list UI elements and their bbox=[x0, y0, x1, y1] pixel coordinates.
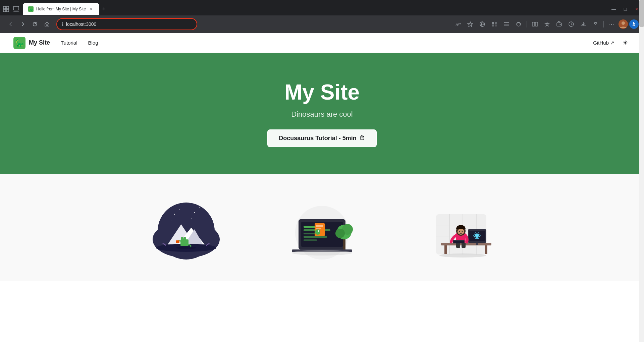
svg-point-25 bbox=[194, 212, 195, 213]
svg-point-36 bbox=[183, 237, 184, 238]
bing-button[interactable]: b bbox=[629, 19, 639, 29]
hero-cta-label: Docusaurus Tutorial - 5min bbox=[279, 135, 357, 142]
hero-subtitle: Dinosaurs are cool bbox=[291, 110, 353, 119]
tab-toggle-icon[interactable] bbox=[13, 6, 19, 12]
hero-cta-icon: ⏱ bbox=[359, 135, 365, 142]
svg-point-20 bbox=[622, 21, 625, 25]
svg-point-84 bbox=[439, 253, 486, 258]
workspaces-icon[interactable] bbox=[3, 6, 9, 12]
svg-point-50 bbox=[315, 229, 320, 235]
toolbar-divider-2 bbox=[603, 21, 604, 27]
svg-point-57 bbox=[335, 229, 345, 238]
github-external-icon: ↗ bbox=[610, 40, 614, 46]
svg-rect-74 bbox=[476, 243, 478, 245]
extensions-icon[interactable] bbox=[489, 19, 500, 30]
nav-blog-link[interactable]: Blog bbox=[88, 40, 98, 46]
svg-rect-37 bbox=[176, 240, 179, 243]
theme-toggle-button[interactable]: ☀ bbox=[620, 38, 631, 48]
svg-rect-48 bbox=[316, 225, 323, 227]
collections-icon[interactable] bbox=[501, 19, 512, 30]
scrollbar-thumb[interactable] bbox=[639, 0, 644, 27]
svg-rect-80 bbox=[456, 243, 460, 248]
site-logo-text: My Site bbox=[29, 39, 50, 46]
back-button[interactable] bbox=[5, 19, 16, 30]
svg-point-27 bbox=[171, 221, 171, 221]
svg-rect-2 bbox=[3, 9, 6, 12]
svg-rect-81 bbox=[462, 243, 466, 248]
svg-point-24 bbox=[179, 209, 180, 210]
svg-point-26 bbox=[199, 207, 200, 208]
svg-rect-83 bbox=[453, 241, 464, 243]
more-menu-button[interactable]: ··· bbox=[606, 19, 617, 30]
minimize-button[interactable]: — bbox=[609, 4, 619, 14]
tab-close-button[interactable]: × bbox=[89, 6, 94, 12]
drops-icon[interactable] bbox=[513, 19, 524, 30]
feature-card-mountains bbox=[134, 194, 241, 261]
new-tab-button[interactable]: + bbox=[99, 4, 109, 14]
svg-point-77 bbox=[458, 229, 464, 235]
svg-point-23 bbox=[174, 214, 175, 215]
profile-avatar[interactable] bbox=[619, 19, 628, 29]
nav-tutorial-link[interactable]: Tutorial bbox=[61, 40, 77, 46]
feature-illustration-mountains bbox=[144, 194, 231, 261]
maximize-button[interactable]: □ bbox=[621, 4, 630, 14]
svg-rect-15 bbox=[535, 22, 538, 26]
svg-point-78 bbox=[459, 231, 460, 232]
address-bar: ℹ localhost:3000 A a bbox=[0, 15, 644, 33]
wallet-icon[interactable] bbox=[554, 19, 565, 30]
svg-rect-12 bbox=[495, 24, 497, 26]
svg-rect-3 bbox=[6, 9, 9, 12]
nav-buttons bbox=[5, 19, 52, 30]
svg-rect-11 bbox=[492, 24, 494, 26]
split-screen-icon[interactable] bbox=[530, 19, 540, 30]
read-aloud-icon[interactable]: A a bbox=[453, 19, 464, 30]
feature-illustration-laptop bbox=[278, 194, 366, 261]
url-text: localhost:3000 bbox=[66, 21, 192, 27]
hero-title: My Site bbox=[284, 80, 360, 105]
github-link-text: GitHub bbox=[593, 40, 609, 46]
browser-left-icons bbox=[3, 6, 19, 12]
site-logo[interactable]: 🦕 My Site bbox=[13, 37, 50, 49]
svg-point-28 bbox=[191, 218, 192, 219]
svg-rect-4 bbox=[13, 6, 19, 10]
website-content: 🦕 My Site Tutorial Blog GitHub ↗ ☀ My Si… bbox=[0, 33, 644, 281]
reload-button[interactable] bbox=[30, 19, 40, 30]
active-tab[interactable]: 🦕 Hello from My Site | My Site × bbox=[23, 3, 99, 15]
svg-rect-67 bbox=[485, 245, 487, 254]
tab-bar: 🦕 Hello from My Site | My Site × + — □ × bbox=[0, 0, 644, 15]
svg-rect-5 bbox=[13, 11, 19, 12]
svg-point-38 bbox=[176, 246, 196, 249]
svg-rect-46 bbox=[304, 239, 317, 241]
favorites-bar-icon[interactable] bbox=[542, 19, 552, 30]
svg-point-58 bbox=[292, 250, 352, 255]
hero-section: My Site Dinosaurs are cool Docusaurus Tu… bbox=[0, 53, 644, 174]
home-button[interactable] bbox=[42, 19, 52, 30]
feature-card-laptop bbox=[268, 194, 376, 261]
svg-rect-10 bbox=[495, 22, 497, 24]
toolbar-icons: A a bbox=[453, 19, 639, 30]
svg-rect-16 bbox=[557, 23, 561, 26]
security-info-icon[interactable]: ℹ bbox=[62, 21, 63, 27]
download-icon[interactable] bbox=[578, 19, 589, 30]
history-icon[interactable] bbox=[566, 19, 577, 30]
svg-rect-45 bbox=[304, 236, 327, 238]
svg-point-17 bbox=[560, 24, 561, 25]
feedback-icon[interactable] bbox=[590, 19, 601, 30]
toolbar-divider-1 bbox=[527, 21, 527, 27]
forward-button[interactable] bbox=[17, 19, 28, 30]
tab-favicon: 🦕 bbox=[28, 6, 34, 12]
feature-card-desk bbox=[402, 194, 510, 261]
svg-rect-14 bbox=[532, 22, 535, 26]
svg-point-79 bbox=[462, 231, 463, 232]
url-input[interactable]: ℹ localhost:3000 bbox=[56, 18, 197, 30]
svg-rect-9 bbox=[492, 22, 494, 24]
scrollbar-track bbox=[639, 0, 644, 281]
tab-title: Hello from My Site | My Site bbox=[36, 7, 86, 11]
github-link[interactable]: GitHub ↗ bbox=[593, 40, 614, 46]
hero-cta-button[interactable]: Docusaurus Tutorial - 5min ⏱ bbox=[267, 129, 377, 147]
favorites-icon[interactable] bbox=[465, 19, 476, 30]
globe-icon[interactable] bbox=[477, 19, 488, 30]
svg-point-52 bbox=[319, 231, 319, 231]
features-section bbox=[0, 174, 644, 281]
site-nav-right: GitHub ↗ ☀ bbox=[593, 38, 631, 48]
